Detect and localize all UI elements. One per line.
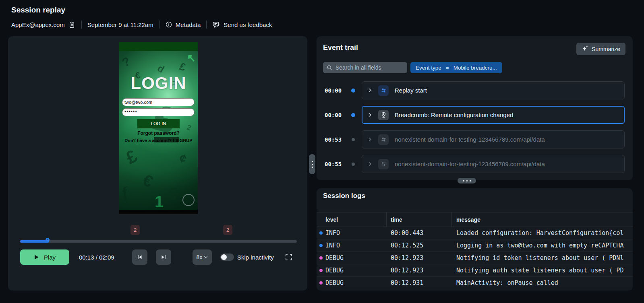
fullscreen-button[interactable] bbox=[285, 253, 293, 261]
event-dot bbox=[351, 113, 355, 117]
log-level-dot bbox=[319, 231, 323, 235]
skip-inactivity-toggle[interactable] bbox=[220, 254, 234, 261]
chevron-right-icon[interactable] bbox=[368, 88, 372, 93]
page-title: Session replay bbox=[11, 6, 65, 14]
network-swap-icon bbox=[378, 159, 389, 169]
metadata-button[interactable]: Metadata bbox=[165, 21, 201, 28]
log-level-dot bbox=[319, 269, 323, 272]
event-timestamp: 00:00 bbox=[325, 112, 345, 118]
playback-speed-button[interactable]: 8x bbox=[193, 249, 212, 265]
log-message: Loaded configuration: HarvestConfigurati… bbox=[452, 229, 633, 237]
metadata-label: Metadata bbox=[176, 21, 201, 28]
log-level-dot bbox=[319, 281, 323, 284]
money-symbols-texture: € bbox=[140, 171, 155, 191]
event-card[interactable]: Breadcrumb: Remote configuration changed bbox=[362, 106, 625, 124]
timeline-scrubber[interactable] bbox=[20, 240, 297, 243]
search-input[interactable] bbox=[335, 64, 404, 71]
log-level: INFO bbox=[317, 242, 387, 249]
event-card[interactable]: nonexistent-domain-for-testing-123456789… bbox=[362, 130, 625, 148]
session-logs-table: level time message INFO 00:00.443 Loaded… bbox=[317, 212, 633, 289]
event-list: 00:00 Replay start 00:00 bbox=[317, 81, 633, 179]
event-timestamp: 00:53 bbox=[325, 136, 345, 143]
info-icon bbox=[165, 21, 172, 28]
event-dot bbox=[351, 89, 355, 93]
search-icon bbox=[327, 65, 333, 71]
player-controls: Play 00:13 / 02:09 8x Skip inactivity bbox=[8, 249, 307, 265]
breadcrumb-pin-icon bbox=[378, 110, 389, 120]
log-level-dot bbox=[319, 256, 323, 260]
feedback-button[interactable]: Send us feedback bbox=[212, 21, 272, 29]
time-display: 00:13 / 02:09 bbox=[79, 249, 114, 265]
feedback-icon bbox=[212, 21, 220, 29]
event-row: 00:55 nonexistent-domain-for-testing-123… bbox=[317, 155, 633, 173]
log-row: INFO 00:12.525 Logging in as two@two.com… bbox=[317, 239, 633, 252]
log-level: DEBUG bbox=[317, 267, 387, 274]
header-meta-row: AppEx@appex.com September 9 at 11:22am M… bbox=[11, 20, 272, 29]
divider bbox=[206, 21, 207, 29]
money-symbols-texture: ¢ bbox=[177, 151, 189, 166]
replay-date: September 9 at 11:22am bbox=[87, 21, 153, 28]
event-row: 00:00 Breadcrumb: Remote configuration c… bbox=[317, 106, 633, 124]
tap-indicator-circle bbox=[182, 194, 195, 206]
speed-label: 8x bbox=[197, 254, 203, 260]
phone-login-button: LOG IN bbox=[137, 119, 180, 128]
phone-login-title: LOGIN bbox=[119, 74, 198, 93]
skip-inactivity-label: Skip inactivity bbox=[237, 249, 274, 265]
log-row: DEBUG 00:12.923 Notifying auth state lis… bbox=[317, 264, 633, 277]
log-level: DEBUG bbox=[317, 279, 387, 287]
event-type-filter-chip[interactable]: Event type = Mobile breadcru... bbox=[410, 62, 502, 73]
money-symbols-texture: € bbox=[166, 183, 178, 204]
phone-password-field: ****** bbox=[122, 108, 195, 116]
panel-resize-handle-horizontal[interactable] bbox=[458, 178, 476, 183]
copy-clipboard-icon[interactable] bbox=[68, 21, 76, 29]
network-swap-icon bbox=[378, 134, 389, 145]
session-logs-title: Session logs bbox=[323, 192, 365, 200]
log-time: 00:12.525 bbox=[387, 242, 452, 249]
event-card[interactable]: nonexistent-domain-for-testing-123456789… bbox=[362, 155, 625, 173]
panel-resize-handle-vertical[interactable] bbox=[309, 154, 315, 174]
timeline-event-badge[interactable]: 2 bbox=[130, 225, 140, 235]
log-time: 00:12.923 bbox=[387, 267, 452, 274]
chevron-right-icon[interactable] bbox=[368, 137, 372, 142]
phone-nav-bar bbox=[119, 210, 198, 214]
chevron-right-icon[interactable] bbox=[368, 161, 372, 167]
previous-breadcrumb-button[interactable] bbox=[132, 249, 147, 265]
timeline-event-badge[interactable]: 2 bbox=[223, 225, 232, 235]
event-trail-title: Event trail bbox=[323, 43, 358, 52]
event-search-box[interactable] bbox=[323, 62, 407, 73]
filter-key: Event type bbox=[416, 65, 441, 71]
money-symbols-texture: £ bbox=[178, 60, 187, 74]
play-button[interactable]: Play bbox=[20, 249, 69, 265]
log-time: 00:00.443 bbox=[387, 229, 452, 237]
replay-project-id: AppEx@appex.com bbox=[11, 21, 65, 28]
summarize-button[interactable]: Summarize bbox=[576, 43, 625, 55]
event-dot bbox=[352, 138, 355, 141]
money-symbols-texture: 1 bbox=[155, 193, 164, 210]
log-row: DEBUG 00:12.923 Notifying id token liste… bbox=[317, 252, 633, 264]
feedback-label: Send us feedback bbox=[224, 21, 272, 28]
chevron-right-icon[interactable] bbox=[368, 112, 372, 117]
phone-forgot-password-link: Forgot password? bbox=[119, 130, 198, 136]
event-label: nonexistent-domain-for-testing-123456789… bbox=[395, 161, 545, 167]
log-time: 00:12.931 bbox=[387, 279, 452, 287]
event-label: nonexistent-domain-for-testing-123456789… bbox=[395, 136, 545, 143]
next-breadcrumb-button[interactable] bbox=[156, 249, 171, 265]
event-dot bbox=[352, 163, 355, 166]
divider bbox=[81, 21, 82, 29]
event-label: Replay start bbox=[395, 87, 427, 94]
summarize-label: Summarize bbox=[592, 46, 620, 52]
event-label: Breadcrumb: Remote configuration changed bbox=[395, 111, 513, 118]
event-timestamp: 00:55 bbox=[325, 161, 345, 167]
phone-screen: ? £ ↖ € d ? £ € £ ƒ ¢ € bbox=[119, 51, 198, 210]
scrubber-handle[interactable] bbox=[46, 238, 50, 242]
log-level: INFO bbox=[317, 229, 387, 237]
event-card[interactable]: Replay start bbox=[362, 81, 625, 99]
session-logs-panel: Session logs level time message INFO 00:… bbox=[317, 188, 633, 291]
log-message: Notifying auth state listeners about use… bbox=[452, 267, 633, 274]
log-row: INFO 00:00.443 Loaded configuration: Har… bbox=[317, 227, 633, 239]
event-row: 00:53 nonexistent-domain-for-testing-123… bbox=[317, 130, 633, 148]
filter-value: Mobile breadcru... bbox=[453, 65, 497, 71]
money-symbols-texture: ƒ bbox=[119, 183, 131, 202]
log-row: DEBUG 00:12.931 MainActivity: onPause ca… bbox=[317, 277, 633, 289]
filter-operator: = bbox=[446, 65, 449, 71]
